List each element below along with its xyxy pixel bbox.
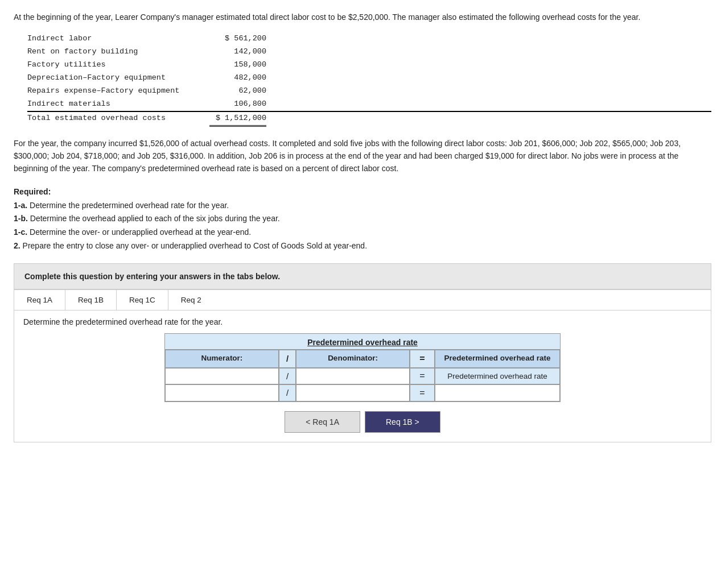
pred-equals-2: =	[410, 384, 435, 401]
pred-separator-1: /	[279, 368, 296, 384]
nav-buttons: < Req 1A Req 1B >	[23, 402, 702, 442]
overhead-row-4: Depreciation–Factory equipment 482,000	[27, 72, 711, 85]
overhead-row-5: Repairs expense–Factory equipment 62,000	[27, 85, 711, 98]
pred-separator-2: /	[279, 384, 296, 401]
pred-result-field-2[interactable]	[440, 389, 555, 397]
pred-numerator-header: Numerator:	[165, 350, 279, 368]
complete-box: Complete this question by entering your …	[14, 263, 711, 289]
req-1a-text: Determine the predetermined overhead rat…	[30, 201, 229, 210]
overhead-amount-5: 62,000	[209, 85, 266, 98]
tabs-row: Req 1A Req 1B Req 1C Req 2	[14, 290, 711, 310]
overhead-row-6: Indirect materials 106,800	[27, 98, 711, 111]
overhead-amount-6: 106,800	[209, 98, 266, 111]
overhead-label-2: Rent on factory building	[27, 45, 187, 59]
req-2-key: 2.	[14, 241, 20, 250]
overhead-amount-4: 482,000	[209, 72, 266, 85]
req-1b: 1-b. Determine the overhead applied to e…	[14, 212, 711, 226]
pred-result-text-1: Predetermined overhead rate	[435, 368, 560, 384]
tab-req1b[interactable]: Req 1B	[65, 290, 117, 310]
pred-equals-1: =	[410, 368, 435, 384]
pred-numerator-input-2[interactable]	[165, 384, 279, 401]
pred-result-empty-2[interactable]	[435, 384, 560, 401]
overhead-total-amount: $ 1,512,000	[209, 112, 266, 127]
req-1c-text: Determine the over- or underapplied over…	[30, 227, 251, 237]
pred-table-header: Predetermined overhead rate	[165, 334, 560, 350]
tabs-container: Req 1A Req 1B Req 1C Req 2 Determine the…	[14, 289, 711, 442]
pred-numerator-field-2[interactable]	[168, 387, 276, 395]
pred-equals-header: =	[410, 350, 435, 368]
prev-button[interactable]: < Req 1A	[285, 411, 360, 433]
req-2-text: Prepare the entry to close any over- or …	[23, 241, 367, 250]
req-1a: 1-a. Determine the predetermined overhea…	[14, 199, 711, 213]
pred-denominator-field-2[interactable]	[299, 387, 407, 395]
req-1a-key: 1-a.	[14, 201, 27, 210]
overhead-label-5: Repairs expense–Factory equipment	[27, 85, 187, 98]
pred-denominator-input-2[interactable]	[296, 384, 410, 401]
middle-paragraph: For the year, the company incurred $1,52…	[14, 137, 711, 175]
req-1b-key: 1-b.	[14, 214, 28, 223]
overhead-row-2: Rent on factory building 142,000	[27, 45, 711, 59]
pred-numerator-field-1[interactable]	[168, 370, 276, 379]
overhead-row-3: Factory utilities 158,000	[27, 59, 711, 72]
overhead-total-row: Total estimated overhead costs $ 1,512,0…	[27, 111, 711, 127]
next-button[interactable]: Req 1B >	[365, 411, 440, 433]
overhead-total-label: Total estimated overhead costs	[27, 112, 187, 127]
tab-req2[interactable]: Req 2	[168, 290, 214, 310]
overhead-amount-2: 142,000	[209, 45, 266, 59]
req-1b-text: Determine the overhead applied to each o…	[30, 214, 280, 223]
tab-req1a[interactable]: Req 1A	[14, 290, 65, 310]
pred-result-header: Predetermined overhead rate	[435, 350, 560, 368]
pred-numerator-input-1[interactable]	[165, 368, 279, 384]
intro-paragraph: At the beginning of the year, Learer Com…	[14, 11, 711, 23]
pred-separator-header: /	[279, 350, 296, 368]
pred-denominator-header: Denominator:	[296, 350, 410, 368]
tab-description: Determine the predetermined overhead rat…	[23, 317, 702, 326]
overhead-costs-table: Indirect labor $ 561,200 Rent on factory…	[27, 32, 711, 127]
overhead-amount-3: 158,000	[209, 59, 266, 72]
req-1c: 1-c. Determine the over- or underapplied…	[14, 226, 711, 239]
required-title: Required:	[14, 187, 51, 196]
tab-req1c[interactable]: Req 1C	[117, 290, 168, 310]
overhead-label-3: Factory utilities	[27, 59, 187, 72]
tab-content: Determine the predetermined overhead rat…	[14, 310, 711, 442]
req-2: 2. Prepare the entry to close any over- …	[14, 239, 711, 253]
pred-denominator-field-1[interactable]	[299, 370, 407, 379]
overhead-label-1: Indirect labor	[27, 32, 187, 45]
overhead-label-6: Indirect materials	[27, 98, 187, 111]
overhead-label-4: Depreciation–Factory equipment	[27, 72, 187, 85]
overhead-row-1: Indirect labor $ 561,200	[27, 32, 711, 45]
overhead-amount-1: $ 561,200	[209, 32, 266, 45]
pred-denominator-input-1[interactable]	[296, 368, 410, 384]
req-1c-key: 1-c.	[14, 227, 27, 237]
required-section: Required: 1-a. Determine the predetermin…	[14, 185, 711, 253]
